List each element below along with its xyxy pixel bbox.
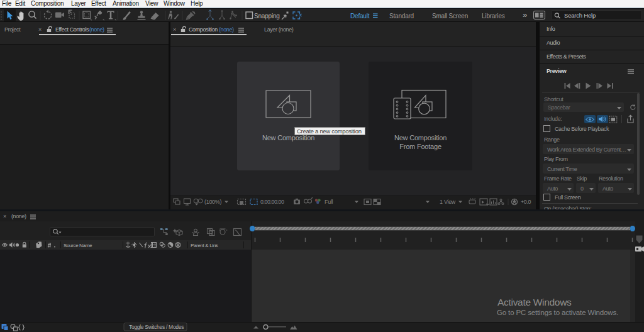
- svg-text:Full: Full: [325, 199, 333, 205]
- svg-text:(100%): (100%): [204, 199, 222, 205]
- svg-text:1 View: 1 View: [440, 199, 456, 205]
- svg-text:Source Name: Source Name: [64, 243, 92, 248]
- svg-text:Parent & Link: Parent & Link: [191, 243, 219, 248]
- svg-text:+0.0: +0.0: [521, 199, 531, 205]
- svg-text:0:00:00:00: 0:00:00:00: [260, 199, 284, 205]
- svg-text:Toggle Switches / Modes: Toggle Switches / Modes: [129, 324, 184, 330]
